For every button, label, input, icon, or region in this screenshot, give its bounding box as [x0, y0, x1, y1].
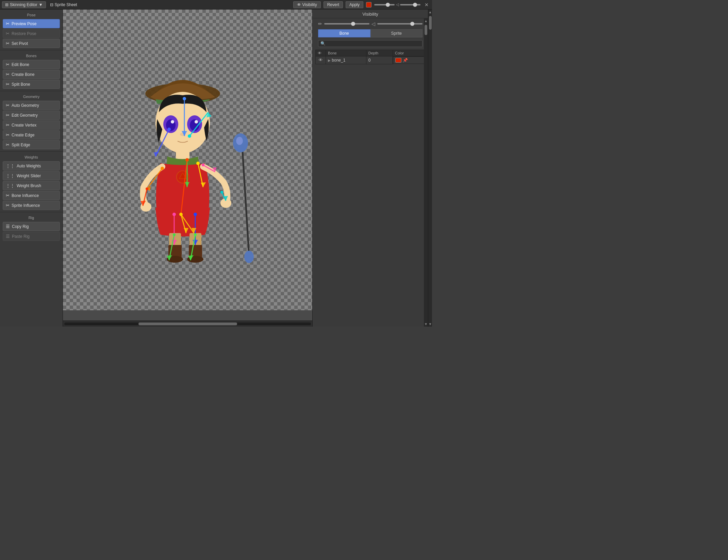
- sprite-tab-button[interactable]: Sprite: [370, 29, 423, 37]
- bone-sprite-tabs: Bone Sprite: [318, 29, 423, 37]
- revert-button[interactable]: Revert: [324, 1, 343, 8]
- skinning-editor-button[interactable]: ⊞ Skinning Editor ▼: [2, 1, 46, 8]
- eye-col-icon: 👁: [318, 51, 321, 55]
- bone-tab-button[interactable]: Bone: [318, 29, 370, 37]
- scissors-icon-pose: ✂: [6, 21, 10, 26]
- rig-section-label: Rig: [0, 214, 63, 221]
- skinning-editor-label: Skinning Editor: [10, 2, 37, 7]
- svg-line-18: [242, 146, 249, 255]
- weight-slider-label: Weight Slider: [17, 174, 41, 178]
- svg-point-58: [185, 158, 189, 162]
- scissors-icon-autogeo: ✂: [6, 103, 10, 108]
- canvas-area[interactable]: [63, 10, 312, 320]
- table-row: 👁 ▶ bone_1 0 📌: [316, 56, 425, 64]
- scissors-icon-edge: ✂: [6, 132, 10, 137]
- edit-bone-label: Edit Bone: [12, 62, 29, 67]
- scissors-icon-pivot: ✂: [6, 41, 10, 46]
- top-bar-right: 👁 Visibility Revert Apply ◁ ✕: [293, 1, 430, 8]
- list-icon-cr: ☰: [6, 224, 10, 229]
- color-swatch[interactable]: [366, 2, 371, 7]
- far-right-scroll-thumb: [429, 16, 432, 30]
- bone-color-dot[interactable]: [395, 58, 401, 63]
- row-eye-icon[interactable]: 👁: [318, 57, 323, 63]
- apply-button[interactable]: Apply: [346, 1, 363, 8]
- right-panel: Visibility ✏ ◁ Bone Sprite: [312, 10, 428, 327]
- bottom-scrollbar[interactable]: [63, 320, 312, 327]
- sprite-influence-button[interactable]: ✂ Sprite Influence: [3, 201, 60, 210]
- create-edge-label: Create Edge: [12, 133, 34, 137]
- opacity-slider2[interactable]: [400, 4, 420, 5]
- svg-point-55: [220, 191, 223, 194]
- sprite-sheet-button[interactable]: ⊟ Sprite Sheet: [47, 2, 80, 8]
- create-vertex-label: Create Vertex: [12, 123, 36, 128]
- create-bone-button[interactable]: ✂ Create Bone: [3, 70, 60, 79]
- svg-point-7: [195, 120, 198, 123]
- visibility-button[interactable]: 👁 Visibility: [293, 1, 321, 8]
- grid-icon-wb: ⋮⋮: [6, 183, 15, 188]
- scroll-up-arrow[interactable]: ▲: [424, 18, 428, 23]
- weights-section-label: Weights: [0, 154, 63, 161]
- scissors-icon-bi: ✂: [6, 193, 10, 198]
- restore-pose-button[interactable]: ✂ Restore Pose: [3, 29, 60, 38]
- divider-3: [0, 151, 63, 152]
- sprite-sheet-label: Sprite Sheet: [55, 2, 77, 7]
- right-panel-inner: ✏ ◁ Bone Sprite 🔍: [313, 18, 428, 327]
- grid-icon-ws: ⋮⋮: [6, 173, 15, 178]
- bone-influence-button[interactable]: ✂ Bone Influence: [3, 191, 60, 200]
- far-right-up-arrow[interactable]: ▲: [429, 10, 432, 15]
- split-edge-button[interactable]: ✂ Split Edge: [3, 140, 60, 149]
- col-visibility: 👁: [316, 50, 326, 56]
- auto-weights-button[interactable]: ⋮⋮ Auto Weights: [3, 161, 60, 170]
- right-scroll-thumb: [425, 25, 427, 35]
- weight-slider-button[interactable]: ⋮⋮ Weight Slider: [3, 171, 60, 180]
- svg-point-68: [202, 164, 204, 166]
- sprite-influence-label: Sprite Influence: [12, 203, 40, 208]
- col-color: Color: [393, 50, 425, 56]
- paste-rig-label: Paste Rig: [12, 234, 30, 239]
- scissors-icon-editgeo: ✂: [6, 113, 10, 118]
- far-right-down-arrow[interactable]: ▼: [429, 322, 432, 327]
- vis-slider-right[interactable]: [377, 23, 423, 24]
- divider-2: [0, 91, 63, 91]
- bones-section-label: Bones: [0, 52, 63, 59]
- scroll-thumb: [138, 323, 237, 325]
- svg-point-25: [183, 97, 186, 100]
- geometry-section-label: Geometry: [0, 93, 63, 100]
- far-right-scrollbar[interactable]: ▲ ▼: [428, 10, 432, 327]
- svg-point-49: [194, 233, 197, 236]
- set-pivot-button[interactable]: ✂ Set Pivot: [3, 39, 60, 48]
- vis-slider-row: ✏ ◁: [318, 21, 423, 27]
- scroll-down-arrow[interactable]: ▼: [424, 322, 428, 327]
- col-bone: Bone: [326, 50, 366, 56]
- scissors-icon-splitbone: ✂: [6, 82, 10, 87]
- preview-pose-button[interactable]: ✂ Preview Pose: [3, 19, 60, 28]
- svg-point-40: [172, 213, 176, 216]
- svg-point-65: [167, 128, 171, 131]
- split-bone-button[interactable]: ✂ Split Bone: [3, 80, 60, 89]
- right-panel-title: Visibility: [313, 10, 428, 18]
- create-edge-button[interactable]: ✂ Create Edge: [3, 130, 60, 139]
- edit-geometry-button[interactable]: ✂ Edit Geometry: [3, 111, 60, 120]
- split-edge-label: Split Edge: [12, 143, 30, 147]
- row-visibility-cell[interactable]: 👁: [316, 56, 326, 64]
- copy-rig-label: Copy Rig: [12, 224, 29, 229]
- right-scrollbar[interactable]: ▲ ▼: [424, 18, 428, 327]
- edit-bone-button[interactable]: ✂ Edit Bone: [3, 60, 60, 69]
- auto-weights-label: Auto Weights: [17, 164, 41, 168]
- character-svg: [103, 44, 273, 276]
- close-button[interactable]: ✕: [423, 2, 430, 7]
- revert-label: Revert: [327, 2, 339, 7]
- create-vertex-button[interactable]: ✂ Create Vertex: [3, 120, 60, 130]
- row-expand-icon[interactable]: ▶: [328, 59, 331, 62]
- preview-pose-label: Preview Pose: [12, 21, 36, 26]
- copy-rig-button[interactable]: ☰ Copy Rig: [3, 222, 60, 231]
- vis-slider-left[interactable]: [324, 23, 369, 24]
- paste-rig-button[interactable]: ☰ Paste Rig: [3, 232, 60, 241]
- weight-brush-button[interactable]: ⋮⋮ Weight Brush: [3, 181, 60, 190]
- svg-point-52: [146, 187, 148, 190]
- opacity-slider-row: ◁: [374, 2, 420, 7]
- opacity-slider[interactable]: [374, 4, 395, 5]
- auto-geometry-button[interactable]: ✂ Auto Geometry: [3, 101, 60, 110]
- search-input[interactable]: [327, 41, 420, 46]
- grid-icon: ⊞: [5, 2, 9, 7]
